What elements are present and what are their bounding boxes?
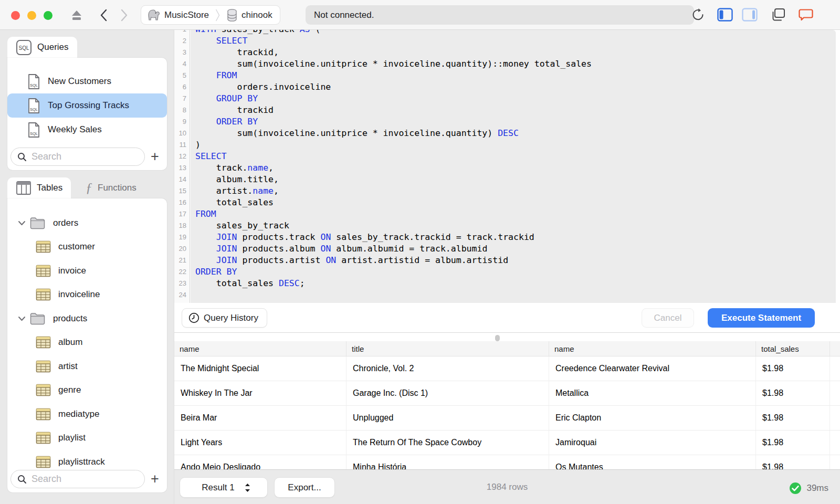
code-line[interactable]: total_sales DESC; — [195, 278, 592, 289]
code-line[interactable]: GROUP BY — [195, 93, 592, 104]
code-lines[interactable]: WITH sales_by_track AS ( SELECT trackid,… — [195, 30, 592, 301]
schema-table-item[interactable]: album — [7, 331, 167, 355]
code-line[interactable]: album.title, — [195, 174, 592, 185]
code-line[interactable]: sum(invoiceline.unitprice * invoiceline.… — [195, 128, 592, 139]
code-line[interactable]: ) — [195, 139, 592, 151]
close-window-button[interactable] — [11, 11, 20, 20]
tab-queries[interactable]: SQL Queries — [7, 37, 77, 58]
table-cell[interactable]: $1.98 — [756, 406, 830, 430]
schema-table-item[interactable]: invoice — [7, 259, 167, 283]
sql-editor[interactable]: 123456789101112131415161718192021222324 … — [174, 30, 840, 303]
table-row[interactable]: Light YearsThe Return Of The Space Cowbo… — [174, 430, 840, 455]
table-cell[interactable]: $1.98 — [756, 356, 830, 381]
schema-folder-item[interactable]: orders — [7, 211, 167, 235]
code-line[interactable]: JOIN products.album ON album.albumid = t… — [195, 243, 592, 255]
sql-file-icon: SQL — [27, 74, 40, 90]
table-cell[interactable]: Creedence Clearwater Revival — [549, 356, 756, 381]
column-header[interactable]: total_sales — [756, 341, 830, 356]
code-line[interactable]: SELECT — [195, 151, 592, 162]
code-line[interactable]: sum(invoiceline.unitprice * invoiceline.… — [195, 58, 592, 70]
svg-text:SQL: SQL — [30, 131, 38, 136]
table-cell[interactable]: Garage Inc. (Disc 1) — [346, 381, 549, 405]
table-cell[interactable]: Minha História — [346, 455, 549, 469]
schema-table-item[interactable]: invoiceline — [7, 283, 167, 307]
back-button[interactable] — [94, 0, 112, 30]
query-list-item[interactable]: SQLTop Grossing Tracks — [7, 93, 167, 118]
table-row[interactable]: The Midnight SpecialChronicle, Vol. 2Cre… — [174, 356, 840, 381]
table-cell[interactable]: Chronicle, Vol. 2 — [346, 356, 549, 381]
query-list-item[interactable]: SQLWeekly Sales — [7, 118, 167, 142]
schema-table-item[interactable]: artist — [7, 354, 167, 379]
column-header[interactable]: name — [174, 341, 346, 356]
query-list-item[interactable]: SQLNew Customers — [7, 69, 167, 93]
code-line[interactable]: FROM — [195, 208, 592, 220]
code-line[interactable]: orders.invoiceline — [195, 81, 592, 93]
forward-button[interactable] — [116, 0, 133, 30]
table-cell[interactable]: $1.98 — [756, 430, 830, 455]
table-row[interactable]: Ando Meio DesligadoMinha HistóriaOs Muta… — [174, 455, 840, 469]
column-header[interactable]: name — [549, 341, 756, 356]
schema-table-item[interactable]: customer — [7, 235, 167, 259]
schema-table-item[interactable]: playlist — [7, 426, 167, 450]
tree-item-label: products — [53, 313, 87, 324]
code-line[interactable]: ORDER BY — [195, 266, 592, 278]
table-cell[interactable]: Beira Mar — [174, 406, 346, 430]
table-row[interactable]: Whiskey In The JarGarage Inc. (Disc 1)Me… — [174, 381, 840, 406]
code-line[interactable]: WITH sales_by_track AS ( — [195, 30, 592, 35]
table-cell[interactable]: The Return Of The Space Cowboy — [346, 430, 549, 455]
code-line[interactable]: SELECT — [195, 35, 592, 47]
code-line[interactable] — [195, 289, 592, 301]
code-line[interactable]: track.name, — [195, 162, 592, 174]
code-line[interactable]: trackid, — [195, 47, 592, 58]
refresh-icon[interactable] — [690, 7, 706, 22]
minimize-window-button[interactable] — [27, 11, 36, 20]
table-cell[interactable]: Jamiroquai — [549, 430, 756, 455]
tree-item-label: genre — [58, 385, 81, 395]
query-item-label: Weekly Sales — [48, 124, 102, 135]
breadcrumb-server[interactable]: MusicStore — [146, 8, 209, 22]
code-line[interactable]: ORDER BY — [195, 116, 592, 128]
toggle-left-sidebar-icon[interactable] — [717, 7, 733, 22]
split-drag-handle[interactable] — [495, 335, 500, 341]
add-query-button[interactable]: + — [147, 148, 163, 166]
tab-functions[interactable]: ƒ Functions — [77, 177, 145, 198]
zoom-window-button[interactable] — [44, 11, 52, 20]
tab-tables[interactable]: Tables — [7, 177, 71, 198]
code-line[interactable]: sales_by_track — [195, 220, 592, 232]
table-cell[interactable]: Unplugged — [346, 406, 549, 430]
queries-search-input[interactable]: Search — [10, 148, 145, 166]
table-cell[interactable]: Light Years — [174, 430, 346, 455]
table-cell[interactable]: Whiskey In The Jar — [174, 381, 346, 405]
table-cell[interactable]: $1.98 — [756, 381, 830, 405]
sql-file-icon: SQL — [27, 98, 40, 114]
chevron-down-icon[interactable] — [16, 316, 27, 321]
breadcrumb-database[interactable]: chinook — [226, 8, 272, 22]
cancel-button[interactable]: Cancel — [642, 308, 694, 328]
eject-disconnect-icon[interactable] — [67, 0, 86, 30]
code-line[interactable]: FROM — [195, 70, 592, 81]
code-line[interactable]: JOIN products.artist ON artist.artistid … — [195, 255, 592, 266]
execute-statement-button[interactable]: Execute Statement — [708, 308, 815, 328]
table-cell[interactable]: The Midnight Special — [174, 356, 346, 381]
add-table-button[interactable]: + — [147, 470, 163, 488]
chevron-down-icon[interactable] — [16, 220, 27, 226]
table-row[interactable]: Beira MarUnpluggedEric Clapton$1.98 — [174, 406, 840, 430]
code-line[interactable]: artist.name, — [195, 185, 592, 197]
query-history-button[interactable]: Query History — [182, 308, 267, 328]
code-line[interactable]: trackid — [195, 104, 592, 116]
table-cell[interactable]: Eric Clapton — [549, 406, 756, 430]
table-cell[interactable]: $1.98 — [756, 455, 830, 469]
windows-overlap-icon[interactable] — [770, 7, 786, 22]
schema-table-item[interactable]: genre — [7, 379, 167, 403]
column-header[interactable]: title — [346, 341, 549, 356]
code-line[interactable]: JOIN products.track ON sales_by_track.tr… — [195, 232, 592, 243]
schema-folder-item[interactable]: products — [7, 307, 167, 331]
tables-search-input[interactable]: Search — [10, 470, 145, 488]
schema-table-item[interactable]: mediatype — [7, 402, 167, 426]
table-cell[interactable]: Metallica — [549, 381, 756, 405]
toggle-right-sidebar-icon[interactable] — [742, 7, 758, 22]
table-cell[interactable]: Ando Meio Desligado — [174, 455, 346, 469]
table-cell[interactable]: Os Mutantes — [549, 455, 756, 469]
feedback-chat-icon[interactable] — [798, 7, 814, 22]
code-line[interactable]: total_sales — [195, 197, 592, 208]
